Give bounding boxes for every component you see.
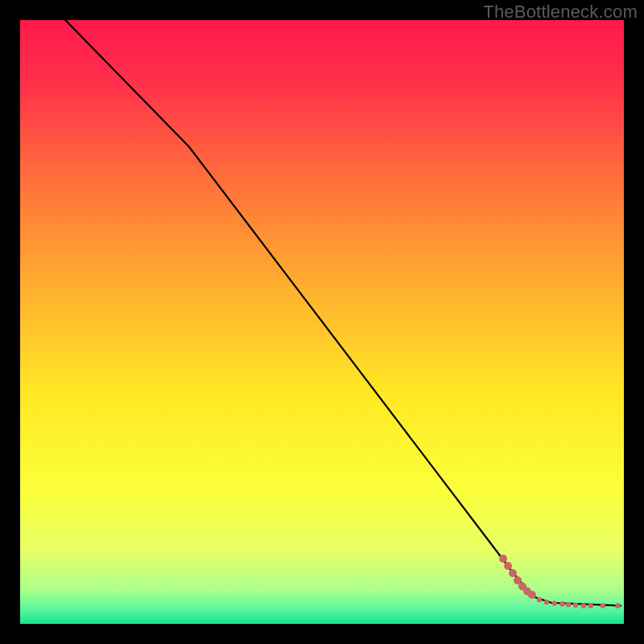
data-point	[499, 555, 507, 563]
data-point	[615, 603, 620, 608]
data-point	[504, 562, 512, 570]
data-point	[581, 603, 586, 608]
data-point	[552, 601, 557, 605]
data-point	[601, 603, 605, 608]
chart-frame	[20, 20, 624, 624]
data-point	[559, 601, 564, 606]
data-point	[588, 603, 593, 608]
bottleneck-chart	[20, 20, 624, 624]
data-point	[537, 597, 542, 602]
data-point	[544, 600, 549, 605]
data-point	[573, 603, 578, 608]
data-point	[528, 591, 536, 599]
data-point	[566, 602, 571, 607]
data-point	[509, 569, 517, 577]
